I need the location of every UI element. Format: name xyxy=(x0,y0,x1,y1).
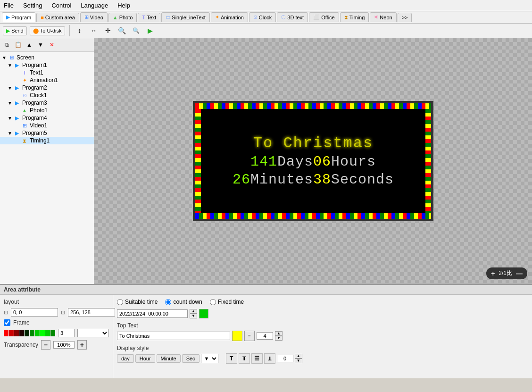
menu-bar: File Setting Control Language Help xyxy=(0,0,532,11)
zoom-minus-button[interactable]: — xyxy=(516,270,523,277)
menu-file[interactable]: File xyxy=(2,1,16,10)
video-tab[interactable]: ⊞ Video xyxy=(80,12,108,22)
zoom-in-icon[interactable]: 🔍 xyxy=(116,25,128,36)
frame-checkbox[interactable] xyxy=(4,319,10,326)
single-line-tab[interactable]: ▭ SingleLineText xyxy=(161,12,210,22)
fixed-time-option[interactable]: Fixed time xyxy=(210,299,244,305)
top-text-input[interactable] xyxy=(117,332,230,340)
move-icon[interactable]: ✛ xyxy=(102,25,114,36)
send-button[interactable]: ▶ Send xyxy=(3,26,27,35)
count-down-option[interactable]: count down xyxy=(165,299,202,305)
program-icon: ▶ xyxy=(6,14,10,20)
toolbar-separator xyxy=(69,25,70,36)
threed-text-tab[interactable]: ⬡ 3D text xyxy=(277,12,308,22)
menu-setting[interactable]: Setting xyxy=(21,1,44,10)
sidebar-down-button[interactable]: ▼ xyxy=(35,40,46,50)
office-tab[interactable]: ⬜ Office xyxy=(309,12,339,22)
text-align-right-button[interactable]: ⫫ xyxy=(264,353,275,364)
top-text-color-box[interactable] xyxy=(232,331,242,341)
transparency-increase-button[interactable]: + xyxy=(77,340,87,350)
transparency-input[interactable] xyxy=(53,341,75,349)
font-size-down-button[interactable]: ▼ xyxy=(275,336,283,341)
second-button[interactable]: Sec xyxy=(182,354,200,363)
grad-darker-green xyxy=(30,330,34,336)
tree-program2[interactable]: ▼ ▶ Program2 xyxy=(0,84,94,92)
timing-tab[interactable]: ⧗ Timing xyxy=(340,12,369,22)
tree-arrow-p3: ▼ xyxy=(8,100,13,106)
frame-style-select[interactable] xyxy=(77,329,109,337)
font-size-input[interactable] xyxy=(257,332,273,340)
custom-area-tab[interactable]: ■ Custom area xyxy=(36,13,79,22)
count-down-radio[interactable] xyxy=(165,299,171,305)
menu-help[interactable]: Help xyxy=(116,1,132,10)
style-num-input[interactable] xyxy=(277,355,293,362)
tree-timing1-label: Timing1 xyxy=(30,137,50,144)
tree-arrow-p2: ▼ xyxy=(8,85,13,91)
style-num-down-button[interactable]: ▼ xyxy=(295,359,302,363)
day-button[interactable]: day xyxy=(117,354,134,363)
tree-photo1[interactable]: ▲ Photo1 xyxy=(0,107,94,114)
second-style-select[interactable]: ▼ xyxy=(201,354,218,363)
transparency-decrease-button[interactable]: − xyxy=(41,340,50,350)
countdown-color-box[interactable] xyxy=(199,309,208,318)
udisk-button[interactable]: ⬤ To U-disk xyxy=(30,26,65,35)
bold-button[interactable]: T xyxy=(226,353,237,364)
datetime-input[interactable] xyxy=(117,309,188,318)
sidebar-copy-button[interactable]: ⧉ xyxy=(1,40,12,50)
tree-program3[interactable]: ▼ ▶ Program3 xyxy=(0,99,94,107)
tree-program1[interactable]: ▼ ▶ Program1 xyxy=(0,61,94,69)
tree-screen[interactable]: ▼ 🖥 Screen xyxy=(0,54,94,61)
position-input[interactable] xyxy=(11,308,58,317)
minute-button[interactable]: Minute xyxy=(157,354,181,363)
clock-tab[interactable]: ⊙ Clock xyxy=(249,12,276,22)
tree-text1[interactable]: T Text1 xyxy=(0,69,94,76)
suitable-time-radio[interactable] xyxy=(117,299,123,305)
neon-tab[interactable]: ✳ Neon xyxy=(370,12,396,22)
grad-red xyxy=(4,330,8,336)
custom-area-icon: ■ xyxy=(41,15,44,20)
move-up-icon[interactable]: ↕ xyxy=(74,25,85,36)
hour-button[interactable]: Hour xyxy=(135,354,155,363)
text-align-left-button[interactable]: ⫪ xyxy=(239,353,250,364)
style-num-up-button[interactable]: ▲ xyxy=(295,354,302,359)
font-size-up-button[interactable]: ▲ xyxy=(275,331,283,336)
frame-num-input[interactable] xyxy=(58,329,75,337)
tree-animation1[interactable]: ✦ Animation1 xyxy=(0,76,94,84)
play-icon[interactable]: ▶ xyxy=(145,25,156,36)
datetime-up-button[interactable]: ▲ xyxy=(190,309,197,314)
menu-language[interactable]: Language xyxy=(79,1,110,10)
office-icon: ⬜ xyxy=(313,14,320,20)
program-tab[interactable]: ▶ Program xyxy=(2,12,35,22)
zoom-add-button[interactable]: + xyxy=(491,270,495,277)
text-icon-t1: T xyxy=(21,69,28,76)
sidebar-delete-button[interactable]: ✕ xyxy=(47,40,57,50)
suitable-time-option[interactable]: Suitable time xyxy=(117,299,158,305)
text-align-center-button[interactable]: ☰ xyxy=(251,353,263,364)
led-hours-num: 06 xyxy=(313,154,331,170)
more-tab[interactable]: >> xyxy=(398,13,412,22)
sidebar-up-button[interactable]: ▲ xyxy=(24,40,34,50)
size-input[interactable] xyxy=(68,308,115,317)
style-num-spinners: ▲ ▼ xyxy=(295,354,302,363)
photo-tab[interactable]: ▲ Photo xyxy=(108,13,137,22)
tree-clock1[interactable]: ⊙ Clock1 xyxy=(0,92,94,99)
datetime-down-button[interactable]: ▼ xyxy=(190,314,197,318)
sidebar-paste-button[interactable]: 📋 xyxy=(13,40,23,50)
menu-control[interactable]: Control xyxy=(50,1,73,10)
align-button[interactable]: ≡ xyxy=(244,331,255,341)
tree-timing1[interactable]: ⧗ Timing1 xyxy=(0,137,94,144)
position-icon: ⊡ xyxy=(4,309,8,316)
led-days-text: Days xyxy=(277,154,313,170)
text-tab[interactable]: T Text xyxy=(138,13,160,22)
animation-tab[interactable]: ✦ Animation xyxy=(211,12,248,22)
tree-program3-label: Program3 xyxy=(22,100,47,106)
fixed-time-radio[interactable] xyxy=(210,299,216,305)
tree-clock1-label: Clock1 xyxy=(30,92,47,99)
zoom-out-icon[interactable]: 🔍 xyxy=(131,25,142,36)
tree-program4[interactable]: ▼ ▶ Program4 xyxy=(0,114,94,122)
tree-video1[interactable]: ⊞ Video1 xyxy=(0,122,94,129)
resize-horizontal-icon[interactable]: ↔ xyxy=(88,25,100,36)
tree-program5[interactable]: ▼ ▶ Program5 xyxy=(0,129,94,137)
program-icon-p2: ▶ xyxy=(13,84,21,91)
tree-text1-label: Text1 xyxy=(30,69,43,76)
